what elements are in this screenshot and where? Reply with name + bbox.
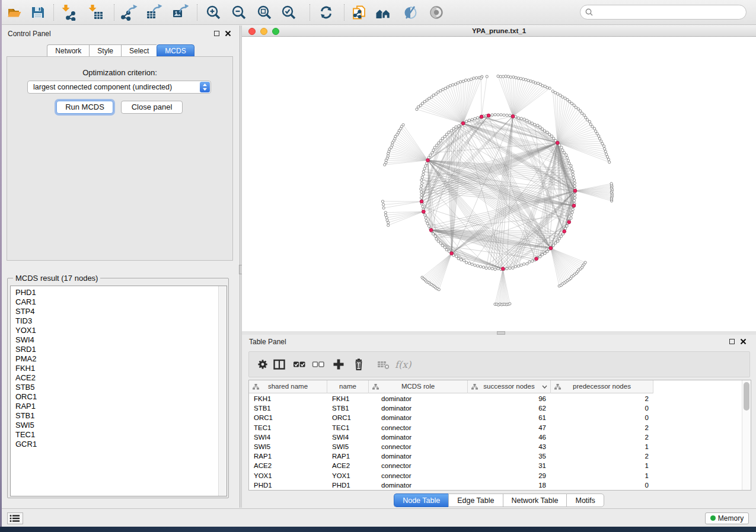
network-node[interactable] [479, 265, 481, 268]
network-node[interactable] [506, 267, 508, 270]
mcds-list-scrollbar[interactable] [218, 286, 227, 496]
network-node-dominator[interactable] [535, 257, 538, 261]
network-node[interactable] [436, 144, 438, 146]
network-node[interactable] [470, 78, 473, 81]
network-node[interactable] [601, 142, 604, 145]
network-node[interactable] [382, 207, 385, 209]
network-node[interactable] [558, 238, 560, 240]
cell-name[interactable]: PHD1 [327, 480, 369, 490]
network-node[interactable] [507, 75, 509, 78]
table-scrollbar[interactable] [742, 380, 751, 490]
network-node[interactable] [586, 118, 588, 121]
network-node[interactable] [474, 264, 476, 267]
network-node[interactable] [434, 235, 436, 237]
import-table-icon[interactable] [88, 4, 104, 21]
network-node[interactable] [471, 118, 473, 121]
network-node[interactable] [387, 224, 390, 226]
network-node[interactable] [381, 200, 384, 203]
network-node[interactable] [593, 127, 595, 130]
network-node[interactable] [486, 75, 488, 78]
network-node[interactable] [509, 76, 512, 78]
cell-name[interactable]: ACE2 [327, 461, 369, 470]
network-node-dominator[interactable] [480, 115, 483, 118]
network-node[interactable] [420, 194, 423, 196]
cell-predecessor-nodes[interactable]: 1 [551, 471, 653, 480]
network-node[interactable] [526, 262, 528, 265]
task-history-button[interactable] [7, 512, 23, 524]
network-node[interactable] [423, 168, 426, 170]
network-node[interactable] [435, 93, 437, 95]
network-node[interactable] [419, 104, 422, 107]
network-node[interactable] [573, 194, 576, 196]
cell-MCDS-role[interactable]: dominator [369, 394, 468, 403]
network-node[interactable] [439, 242, 442, 244]
network-node[interactable] [537, 82, 539, 85]
network-node[interactable] [544, 252, 546, 254]
network-node[interactable] [553, 137, 555, 140]
network-node[interactable] [544, 85, 546, 88]
network-node[interactable] [452, 84, 454, 86]
network-node[interactable] [438, 142, 440, 144]
tab-motifs[interactable]: Motifs [566, 493, 604, 507]
network-node[interactable] [570, 165, 572, 167]
delete-column-icon[interactable] [352, 358, 371, 372]
network-node[interactable] [425, 165, 427, 167]
mcds-result-item[interactable]: SWI5 [11, 421, 227, 430]
network-node[interactable] [610, 182, 613, 185]
save-icon[interactable] [30, 4, 46, 21]
cell-successor-nodes[interactable]: 29 [468, 471, 551, 480]
cell-successor-nodes[interactable]: 43 [468, 442, 551, 451]
export-network-icon[interactable] [121, 4, 138, 21]
network-node[interactable] [528, 261, 531, 263]
cell-shared-name[interactable]: STB1 [249, 403, 327, 413]
cell-name[interactable]: STB1 [327, 403, 369, 413]
cell-successor-nodes[interactable]: 18 [468, 480, 551, 490]
network-node[interactable] [562, 96, 564, 98]
network-node[interactable] [416, 108, 418, 110]
network-node[interactable] [422, 170, 425, 172]
network-node[interactable] [556, 92, 559, 95]
cell-predecessor-nodes[interactable]: 0 [551, 480, 653, 490]
table-row[interactable]: PHD1PHD1dominator180 [249, 480, 742, 490]
table-row[interactable]: YOX1YOX1connector291 [249, 471, 742, 480]
network-node[interactable] [384, 211, 387, 214]
cell-shared-name[interactable]: YOX1 [249, 471, 327, 480]
delete-table-icon[interactable] [377, 358, 396, 372]
network-node[interactable] [446, 86, 449, 88]
network-node[interactable] [573, 182, 576, 184]
network-node[interactable] [546, 250, 548, 252]
network-node-dominator[interactable] [422, 210, 425, 213]
tab-style[interactable]: Style [89, 44, 121, 57]
network-node[interactable] [570, 217, 572, 219]
cell-MCDS-role[interactable]: dominator [369, 403, 468, 413]
network-node[interactable] [391, 142, 394, 144]
column-header-successor-nodes[interactable]: successor nodes [468, 380, 551, 393]
table-row[interactable]: FKH1FKH1dominator962 [249, 394, 742, 403]
network-node[interactable] [604, 148, 606, 150]
network-node-dominator[interactable] [572, 204, 576, 207]
float-table-panel-icon[interactable] [729, 339, 735, 344]
birdseye-icon[interactable] [428, 4, 445, 21]
column-header-shared-name[interactable]: shared name [249, 380, 327, 393]
table-scrollbar-thumb[interactable] [744, 382, 749, 411]
network-node[interactable] [548, 133, 550, 136]
network-node[interactable] [607, 158, 610, 161]
cell-MCDS-role[interactable]: connector [369, 471, 468, 480]
cell-predecessor-nodes[interactable]: 0 [551, 403, 653, 413]
float-panel-icon[interactable] [214, 31, 219, 36]
open-folder-icon[interactable] [6, 4, 23, 21]
network-node[interactable] [573, 104, 575, 106]
network-node[interactable] [452, 127, 455, 130]
network-node[interactable] [596, 132, 598, 134]
network-node[interactable] [457, 82, 459, 84]
network-node[interactable] [422, 206, 424, 208]
network-node[interactable] [572, 173, 574, 175]
network-node[interactable] [476, 117, 479, 119]
network-node[interactable] [575, 106, 577, 108]
network-node[interactable] [384, 214, 387, 216]
mcds-result-item[interactable]: FKH1 [11, 364, 227, 373]
network-node[interactable] [577, 108, 579, 110]
network-node[interactable] [583, 114, 585, 116]
network-node[interactable] [573, 185, 576, 187]
hide-panel-icon[interactable] [402, 4, 419, 21]
